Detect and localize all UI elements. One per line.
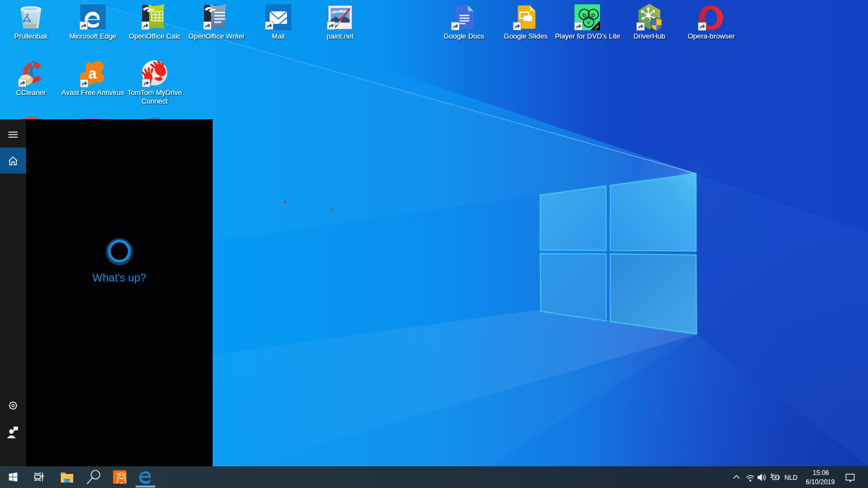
svg-text:Prullenbak: Prullenbak — [14, 32, 48, 40]
svg-text:15:06: 15:06 — [813, 469, 829, 477]
svg-text:Opera-browser: Opera-browser — [688, 32, 735, 40]
svg-text:D: D — [591, 12, 595, 18]
svg-text:Connect: Connect — [142, 97, 168, 105]
svg-text:Microsoft Edge: Microsoft Edge — [69, 32, 117, 40]
svg-text:D: D — [583, 12, 586, 18]
svg-text:OpenOffice Writer: OpenOffice Writer — [188, 32, 245, 40]
svg-text:Mail: Mail — [272, 32, 285, 40]
svg-text:What's up?: What's up? — [92, 272, 146, 284]
svg-text:CCleaner: CCleaner — [16, 88, 47, 97]
svg-text:6/10/2019: 6/10/2019 — [806, 478, 835, 486]
svg-text:TomTom MyDrive: TomTom MyDrive — [127, 88, 182, 97]
svg-text:Google Docs: Google Docs — [443, 32, 484, 40]
svg-text:Avast Free Antivirus: Avast Free Antivirus — [61, 88, 124, 97]
svg-text:V: V — [587, 20, 591, 25]
svg-text:Google Slides: Google Slides — [504, 32, 548, 40]
svg-text:NLD: NLD — [784, 474, 797, 481]
svg-text:paint.net: paint.net — [327, 32, 354, 40]
svg-text:DriverHub: DriverHub — [634, 32, 666, 40]
svg-text:a: a — [88, 66, 97, 82]
svg-text:Player for DVD's Lite: Player for DVD's Lite — [555, 32, 620, 40]
svg-text:OpenOffice Calc: OpenOffice Calc — [129, 32, 181, 40]
